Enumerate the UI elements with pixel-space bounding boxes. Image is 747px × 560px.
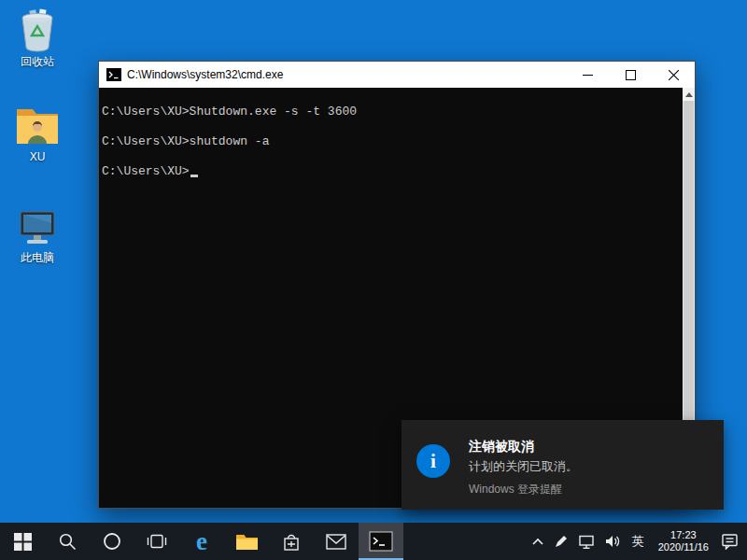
edge-button[interactable]: e (179, 523, 224, 560)
edge-icon: e (196, 529, 207, 554)
start-button[interactable] (0, 523, 45, 560)
minimize-icon (583, 70, 593, 80)
window-title: C:\Windows\system32\cmd.exe (127, 68, 566, 81)
store-icon (282, 532, 301, 552)
hidden-icons-button[interactable] (527, 523, 549, 560)
speaker-icon (604, 534, 621, 549)
scrollbar-up-arrow[interactable] (683, 88, 695, 101)
notification-message: 计划的关闭已取消。 (469, 458, 578, 475)
desktop-icon-this-pc[interactable]: 此电脑 (4, 207, 71, 264)
console-line: C:\Users\XU>shutdown -a (102, 134, 678, 149)
desktop-icon-recycle-bin[interactable]: 回收站 (4, 7, 71, 68)
mail-button[interactable] (314, 523, 359, 560)
clock-time: 17:23 (670, 529, 697, 541)
notification-source: Windows 登录提醒 (469, 482, 578, 497)
file-explorer-button[interactable] (224, 523, 269, 560)
folder-icon (235, 532, 259, 552)
search-icon (58, 532, 77, 551)
desktop-icon-user-folder[interactable]: XU (4, 105, 71, 163)
pen-tray-button[interactable] (549, 523, 573, 560)
console-prompt: C:\Users\XU> (102, 164, 190, 179)
minimize-button[interactable] (566, 62, 609, 88)
chevron-up-icon (531, 537, 544, 546)
maximize-button[interactable] (609, 62, 652, 88)
network-icon (578, 534, 595, 550)
taskbar: e (0, 523, 747, 560)
console-line (102, 149, 678, 164)
store-button[interactable] (269, 523, 314, 560)
notification-title: 注销被取消 (469, 439, 578, 455)
cmd-icon (106, 68, 121, 81)
mail-icon (326, 534, 346, 550)
close-icon (669, 70, 679, 80)
console-line: C:\Users\XU>Shutdown.exe -s -t 3600 (102, 105, 678, 119)
action-center-button[interactable] (716, 523, 743, 560)
info-icon: i (416, 444, 450, 478)
search-button[interactable] (45, 523, 90, 560)
volume-tray-button[interactable] (599, 523, 626, 560)
this-pc-icon (15, 207, 60, 248)
maximize-icon (626, 70, 636, 80)
desktop-icon-label: 此电脑 (21, 251, 54, 264)
cortana-button[interactable] (90, 523, 134, 560)
notification-toast[interactable]: i 注销被取消 计划的关闭已取消。 Windows 登录提醒 (402, 420, 724, 510)
ime-indicator[interactable]: 英 (626, 523, 651, 560)
desktop-icon-label: 回收站 (21, 55, 54, 68)
user-folder-icon (15, 105, 60, 147)
task-view-button[interactable] (134, 523, 179, 560)
close-button[interactable] (652, 62, 695, 88)
console-line (102, 119, 678, 134)
cmd-titlebar[interactable]: C:\Windows\system32\cmd.exe (99, 62, 695, 88)
action-center-icon (721, 533, 739, 550)
system-tray: 英 17:23 2020/11/16 (527, 523, 747, 560)
pen-icon (554, 534, 569, 549)
windows-logo-icon (14, 533, 32, 551)
console-prompt-line: C:\Users\XU> (102, 164, 678, 179)
cmd-taskbar-icon (369, 531, 393, 552)
network-tray-button[interactable] (573, 523, 599, 560)
taskbar-clock[interactable]: 17:23 2020/11/16 (651, 523, 716, 560)
task-view-icon (146, 533, 168, 550)
console-cursor (190, 175, 198, 177)
clock-date: 2020/11/16 (658, 541, 709, 553)
cortana-icon (103, 532, 121, 551)
desktop-icon-label: XU (30, 150, 46, 163)
cmd-taskbar-button[interactable] (359, 523, 403, 560)
recycle-bin-icon (17, 7, 58, 52)
